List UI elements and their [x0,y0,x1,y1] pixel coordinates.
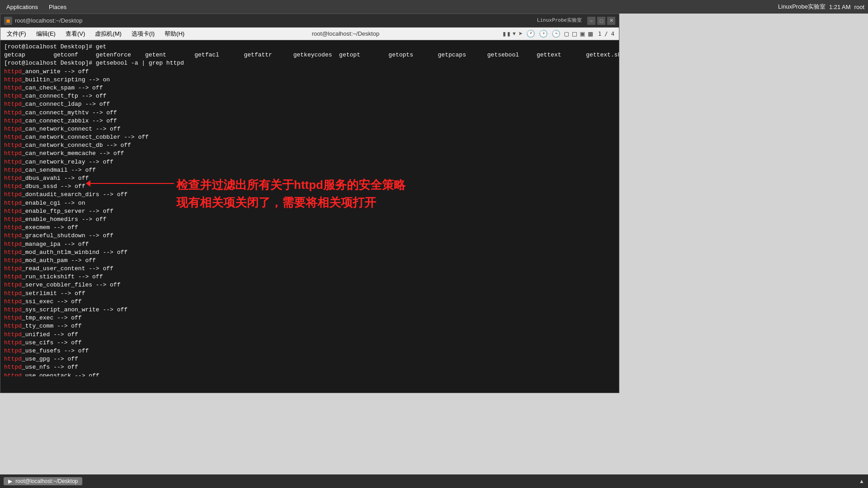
top-taskbar: Applications Places LinuxProbe实验室 1:21 A… [0,0,868,14]
pause-dropdown[interactable]: ▼ [513,31,516,37]
maximize-button[interactable]: □ [597,17,605,25]
terminal-output[interactable]: [root@localhost Desktop]# getgetcap getc… [0,40,619,376]
terminal-window: ■ root@localhost:~/Desktop LinuxProbe实验室… [0,14,619,393]
page-counter: 1 / 4 [598,31,614,37]
menu-bar: 文件(F) 编辑(E) 查看(V) 虚拟机(M) 选项卡(I) 帮助(H) ro… [0,28,619,40]
address-display: root@localhost:~/Desktop [312,30,379,37]
title-bar-left: ■ root@localhost:~/Desktop [4,17,82,25]
minimize-button[interactable]: − [587,17,595,25]
user-display: root [854,4,864,10]
window-controls: LinuxProbe实验室 − □ ✕ [537,17,615,25]
places-menu[interactable]: Places [46,3,69,11]
taskbar-task-label: root@localhost:~/Desktop [15,478,78,484]
bottom-taskbar-left: ▶ root@localhost:~/Desktop [4,477,82,485]
close-button[interactable]: ✕ [607,17,615,25]
window-title-bar: ■ root@localhost:~/Desktop LinuxProbe实验室… [0,14,619,28]
bottom-taskbar: ▶ root@localhost:~/Desktop ▲ [0,474,868,488]
menu-file[interactable]: 文件(F) [2,28,31,39]
clock3-icon[interactable]: 🕒 [552,29,561,38]
clock1-icon[interactable]: 🕐 [526,29,535,38]
send-icon[interactable]: ➤ [519,29,523,38]
screen1-icon[interactable]: ▢ [564,29,569,38]
linuxprobe-title: LinuxProbe实验室 [537,17,582,25]
bottom-taskbar-right: ▲ [859,478,864,484]
menu-vm[interactable]: 虚拟机(M) [90,28,126,39]
taskbar-terminal-task[interactable]: ▶ root@localhost:~/Desktop [4,477,82,485]
linuxprobe-label: LinuxProbe实验室 [778,3,826,11]
menu-tabs[interactable]: 选项卡(I) [127,28,159,39]
menu-view[interactable]: 查看(V) [61,28,90,39]
screen2-icon[interactable]: □ [572,29,577,38]
menu-help[interactable]: 帮助(H) [160,28,189,39]
clock: 1:21 AM [829,4,851,10]
terminal-icon: ▶ [8,478,12,484]
taskbar-left: Applications Places [4,3,69,11]
menu-edit[interactable]: 编辑(E) [32,28,60,39]
notification-icon: ▲ [859,478,864,484]
taskbar-right: LinuxProbe实验室 1:21 AM root [778,3,864,11]
screen3-icon[interactable]: ▣ [580,29,585,38]
display-icon[interactable]: ▩ [588,29,593,38]
applications-menu[interactable]: Applications [4,3,41,11]
pause-icon[interactable]: ▮▮ [502,29,511,38]
window-title-text: root@localhost:~/Desktop [15,17,82,24]
clock2-icon[interactable]: 🕑 [539,29,548,38]
window-app-icon: ■ [4,17,12,25]
